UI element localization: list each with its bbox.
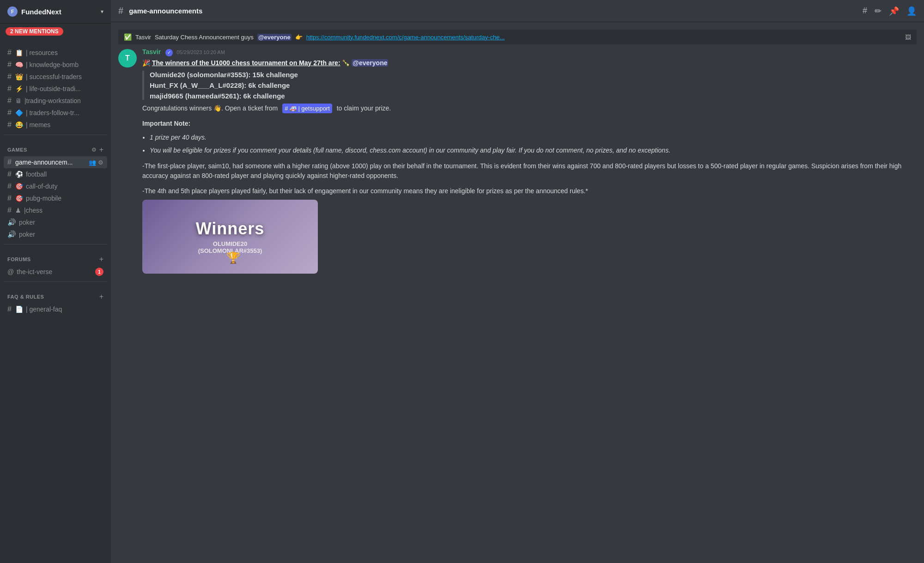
sidebar-item-resources[interactable]: # 📋 | resources <box>4 47 107 59</box>
chevron-down-icon: ▾ <box>101 8 103 15</box>
winners-list: Olumide20 (solomonlar#3553): 15k challen… <box>142 71 917 100</box>
sidebar-item-football[interactable]: # ⚽ football <box>4 168 107 180</box>
everyone-mention: @everyone <box>352 59 388 67</box>
main-content: # game-announcements # ✏ 📌 👤 ✅ Tasvir Sa… <box>111 0 924 563</box>
games-section: GAMES ⚙ + # game-announcem... 👥 ⚙ # ⚽ fo… <box>0 137 111 242</box>
divider <box>4 135 107 135</box>
general-channels-section: # 📋 | resources # 🧠 | knowledge-bomb # 👑… <box>0 39 111 133</box>
trophy-emoji: 🍾 <box>342 59 352 67</box>
paragraph-2: -The 4th and 5th place players played fa… <box>142 186 917 196</box>
hash-icon: # <box>7 182 12 190</box>
bullet-1: 1 prize per 40 days. <box>150 132 917 142</box>
avatar: T <box>118 49 137 67</box>
at-icon: @ <box>7 268 14 275</box>
speaker-icon: 🔊 <box>7 218 16 226</box>
winner-3: majid9665 (hameeda#5261): 6k challenge <box>150 92 917 100</box>
preview-mention: @everyone <box>257 34 292 41</box>
hash-icon: # <box>7 97 12 105</box>
games-add-button[interactable]: + <box>99 146 103 153</box>
mentions-badge[interactable]: 2 NEW MENTIONS <box>6 27 63 36</box>
games-section-header: GAMES ⚙ + <box>4 144 107 155</box>
forum-badge: 1 <box>95 268 103 276</box>
channel-name: game-announcements <box>129 7 202 15</box>
hash-icon: # <box>7 49 12 57</box>
winners-card-title: Winners <box>196 219 265 239</box>
sidebar: F FundedNext ▾ 2 NEW MENTIONS # 📋 | reso… <box>0 0 111 563</box>
party-emoji: 🎉 <box>142 59 152 67</box>
hash-icon: # <box>7 158 12 166</box>
message-author: Tasvir <box>142 48 161 55</box>
sidebar-item-poker-2[interactable]: 🔊 poker <box>4 228 107 240</box>
forums-section: FORUMS + @ the-ict-verse 1 <box>0 246 111 280</box>
message-header: Tasvir ✓ 05/29/2023 10:20 AM <box>142 48 917 56</box>
forums-section-header: FORUMS + <box>4 254 107 265</box>
sidebar-item-trading-workstation[interactable]: # 🖥 |trading-workstation <box>4 95 107 107</box>
messages-area: ✅ Tasvir Saturday Chess Announcement guy… <box>111 22 924 563</box>
mentions-banner-area: 2 NEW MENTIONS <box>0 24 111 39</box>
sidebar-item-ict-verse[interactable]: @ the-ict-verse 1 <box>4 266 107 278</box>
hash-icon: # <box>7 206 12 214</box>
important-note: Important Note: <box>142 119 917 129</box>
arrow-icon: 👉 <box>295 34 303 41</box>
message-timestamp: 05/29/2023 10:20 AM <box>176 49 225 55</box>
sidebar-item-pubg-mobile[interactable]: # 🎯 pubg-mobile <box>4 192 107 204</box>
sidebar-item-game-announcements[interactable]: # game-announcem... 👥 ⚙ <box>4 156 107 168</box>
settings-icon: ⚙ <box>98 159 103 166</box>
preview-text: Saturday Chess Announcement guys <box>155 34 254 41</box>
divider <box>4 282 107 282</box>
preview-link[interactable]: https://community.fundednext.com/c/game-… <box>306 34 505 41</box>
message-group-main: T Tasvir ✓ 05/29/2023 10:20 AM 🎉 The win… <box>118 48 917 274</box>
hashtag-icon[interactable]: # <box>863 6 867 16</box>
trophy-icon: 🏆 <box>226 251 240 264</box>
hash-icon: # <box>7 305 12 313</box>
message-title-line: 🎉 The winners of the U1000 chess tournam… <box>142 58 917 68</box>
server-header[interactable]: F FundedNext ▾ <box>0 0 111 24</box>
channel-hash-icon: # <box>118 6 123 16</box>
winners-card: Winners OLUMIDE20 (SOLOMONLAR#3553) 🏆 <box>142 200 318 274</box>
games-settings-icon: ⚙ <box>91 147 97 153</box>
bullet-2: You will be eligible for prizes if you c… <box>150 145 917 155</box>
preview-bar: ✅ Tasvir Saturday Chess Announcement guy… <box>118 30 917 44</box>
people-icon: 👥 <box>89 159 96 166</box>
hash-icon: # <box>7 170 12 178</box>
faq-add-button[interactable]: + <box>99 293 103 300</box>
tournament-title: The winners of the U1000 chess tournamen… <box>152 59 340 67</box>
bullet-list: 1 prize per 40 days. You will be eligibl… <box>150 132 917 156</box>
channel-icons: 👥 ⚙ <box>89 159 103 166</box>
header-actions: # ✏ 📌 👤 <box>863 6 917 16</box>
sidebar-item-memes[interactable]: # 😂 | memes <box>4 119 107 131</box>
divider <box>4 244 107 245</box>
hash-icon: # <box>7 109 12 117</box>
sidebar-item-successful-traders[interactable]: # 👑 | successful-traders <box>4 71 107 83</box>
sidebar-item-poker-1[interactable]: 🔊 poker <box>4 216 107 228</box>
preview-author: Tasvir <box>135 34 151 41</box>
sidebar-item-knowledge-bomb[interactable]: # 🧠 | knowledge-bomb <box>4 59 107 71</box>
edit-icon[interactable]: ✏ <box>875 6 881 16</box>
getsupport-tag[interactable]: # 🚑 | getsupport <box>282 104 332 114</box>
congrats-line: Congratulations winners 👋. Open a ticket… <box>142 104 917 114</box>
paragraph-1: -The first-place player, saim10, had som… <box>142 161 917 181</box>
faq-section: FAQ & RULES + # 📄 | general-faq <box>0 284 111 317</box>
message-body: Tasvir ✓ 05/29/2023 10:20 AM 🎉 The winne… <box>142 48 917 274</box>
sidebar-item-call-of-duty[interactable]: # 🎯 call-of-duty <box>4 180 107 192</box>
hash-icon: # <box>7 121 12 129</box>
image-icon: 🖼 <box>905 34 911 41</box>
verified-icon: ✅ <box>124 33 132 41</box>
speaker-icon: 🔊 <box>7 230 16 239</box>
verified-badge: ✓ <box>165 49 173 56</box>
sidebar-item-general-faq[interactable]: # 📄 | general-faq <box>4 303 107 315</box>
pin-icon[interactable]: 📌 <box>889 6 899 16</box>
hash-icon: # <box>7 61 12 69</box>
sidebar-item-life-outside-trading[interactable]: # ⚡ | life-outside-tradi... <box>4 83 107 95</box>
server-title: F FundedNext <box>7 6 61 17</box>
channel-header: # game-announcements # ✏ 📌 👤 <box>111 0 924 22</box>
members-icon[interactable]: 👤 <box>906 6 917 16</box>
faq-section-header: FAQ & RULES + <box>4 291 107 302</box>
hash-icon: # <box>7 194 12 202</box>
sidebar-item-traders-follow[interactable]: # 🔷 | traders-follow-tr... <box>4 107 107 119</box>
hash-icon: # <box>7 85 12 93</box>
sidebar-item-chess[interactable]: # ♟ |chess <box>4 204 107 216</box>
server-icon: F <box>7 6 18 17</box>
forums-add-button[interactable]: + <box>99 256 103 263</box>
winner-2: Hunt_FX (A_W___A_L#0228): 6k challenge <box>150 81 917 89</box>
